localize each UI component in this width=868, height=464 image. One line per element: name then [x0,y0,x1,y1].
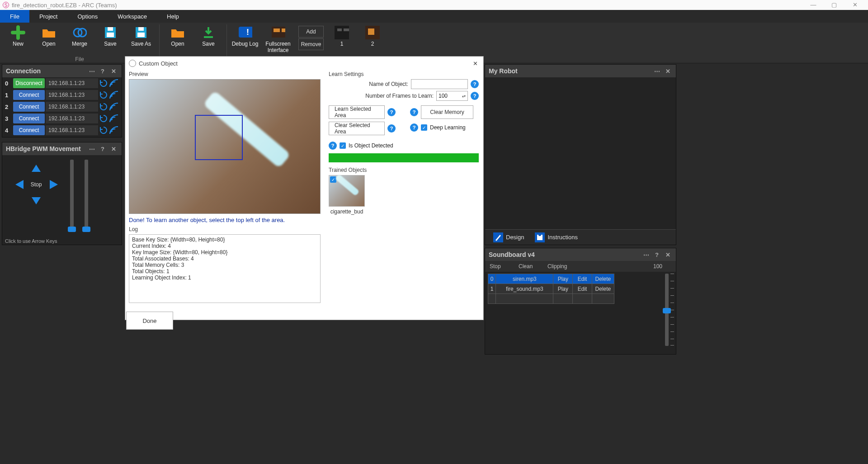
frames-label: Number of Frames to Learn: [329,93,434,99]
connect-button[interactable]: Connect [13,102,45,112]
fullscreen-button[interactable]: Fullscreen Interface [260,24,296,53]
delete-button[interactable]: Delete [592,284,614,294]
saveas-button[interactable]: Save As [126,24,156,47]
help-icon[interactable]: ? [98,68,107,75]
workspace-1-button[interactable]: 1 [326,24,357,47]
sb-stop[interactable]: Stop [485,263,514,270]
panel-close-icon[interactable]: ✕ [109,146,118,152]
remove-workspace-button[interactable]: Remove [298,38,324,50]
help-icon[interactable]: ? [471,92,479,100]
cloud-save-button[interactable]: Save [193,24,224,47]
play-button[interactable]: Play [553,284,573,294]
deep-learning-checkbox[interactable]: ✓ [421,124,427,131]
right-button[interactable] [46,178,62,191]
merge-button[interactable]: Merge [64,24,95,47]
frames-spinner[interactable]: 100▴▾ [436,91,468,101]
connection-index: 1 [5,92,12,99]
learn-settings-label: Learn Settings [329,71,479,77]
connection-index: 0 [5,80,12,87]
workspace-2-button[interactable]: 2 [357,24,388,47]
help-icon[interactable]: ? [329,142,337,150]
hbridge-panel: HBridge PWM Movement ⋯ ? ✕ Stop [2,142,122,245]
soundboard-row[interactable]: 0 siren.mp3 Play Edit Delete [488,274,614,284]
help-icon[interactable]: ? [410,108,418,116]
menu-workspace[interactable]: Workspace [108,10,157,23]
log-textarea[interactable]: Base Key Size: {Width=80, Height=80} Cur… [129,234,321,303]
menu-options[interactable]: Options [67,10,108,23]
left-button[interactable] [11,178,28,191]
instructions-tab[interactable]: Instructions [529,231,583,244]
help-icon[interactable]: ? [98,146,107,152]
panel-title-connection: Connection [6,67,41,75]
stop-button[interactable]: Stop [28,178,44,191]
trained-object-thumb[interactable]: ✓ [329,175,365,207]
object-name-input[interactable] [411,79,468,89]
delete-button[interactable]: Delete [592,274,614,284]
new-button[interactable]: New [3,24,33,47]
connection-row: 3Connect192.168.1.1:23 [2,113,122,124]
edit-button[interactable]: Edit [573,274,592,284]
panel-close-icon[interactable]: ✕ [663,251,672,258]
forward-button[interactable] [28,162,44,175]
help-icon[interactable]: ? [471,80,479,88]
panel-close-icon[interactable]: ✕ [109,68,118,75]
done-button[interactable]: Done [126,312,173,330]
panel-close-icon[interactable]: ✕ [663,68,672,75]
add-workspace-button[interactable]: Add [298,26,324,38]
soundboard-row[interactable]: 1 fire_sound.mp3 Play Edit Delete [488,284,614,294]
play-button[interactable]: Play [553,274,573,284]
right-speed-slider[interactable] [85,160,88,232]
menu-project[interactable]: Project [29,10,67,23]
help-icon[interactable]: ? [652,251,661,258]
help-icon[interactable]: ? [410,123,418,132]
maximize-button[interactable]: ▢ [824,0,844,10]
menu-file[interactable]: File [0,10,29,23]
signal-icon [109,90,119,99]
is-detected-checkbox[interactable]: ✓ [340,142,346,149]
cloud-open-button[interactable]: Open [162,24,193,47]
minimize-button[interactable]: — [803,0,824,10]
refresh-icon[interactable] [99,79,108,88]
volume-slider[interactable] [665,274,669,346]
selection-rect[interactable] [195,115,243,160]
ip-input[interactable]: 192.168.1.1:23 [46,78,98,88]
design-tab[interactable]: Design [488,231,529,244]
camera-preview[interactable] [129,79,321,214]
dialog-close-button[interactable]: ✕ [471,60,480,67]
panel-menu-icon[interactable]: ⋯ [652,68,661,75]
connect-button[interactable]: Connect [13,125,45,135]
ip-input[interactable]: 192.168.1.1:23 [46,114,98,123]
panel-menu-icon[interactable]: ⋯ [87,68,96,75]
connect-button[interactable]: Connect [13,114,45,123]
learn-selected-button[interactable]: Learn Selected Area [329,105,385,119]
menu-help[interactable]: Help [157,10,189,23]
save-button[interactable]: Save [95,24,126,47]
connect-button[interactable]: Connect [13,90,45,100]
svg-rect-15 [337,28,342,31]
refresh-icon[interactable] [99,114,108,123]
panel-menu-icon[interactable]: ⋯ [642,251,651,258]
deep-learning-label: Deep Learning [430,124,466,131]
open-button[interactable]: Open [33,24,64,47]
ip-input[interactable]: 192.168.1.1:23 [46,102,98,112]
help-icon[interactable]: ? [387,124,396,133]
refresh-icon[interactable] [99,126,108,135]
clear-memory-button[interactable]: Clear Memory [421,105,473,119]
refresh-icon[interactable] [99,102,108,111]
edit-button[interactable]: Edit [573,284,592,294]
soundboard-row[interactable] [488,294,614,304]
clear-selected-button[interactable]: Clear Selected Area [329,122,385,135]
debug-log-button[interactable]: ! Debug Log [230,24,260,47]
sb-clean[interactable]: Clean [514,263,543,270]
connection-index: 4 [5,127,12,134]
refresh-icon[interactable] [99,90,108,99]
panel-menu-icon[interactable]: ⋯ [87,146,96,152]
left-speed-slider[interactable] [70,160,74,232]
reverse-button[interactable] [28,194,44,207]
ip-input[interactable]: 192.168.1.1:23 [46,90,98,100]
ip-input[interactable]: 192.168.1.1:23 [46,125,98,135]
help-icon[interactable]: ? [387,108,396,116]
save-icon [103,25,118,40]
close-window-button[interactable]: ✕ [844,0,865,10]
disconnect-button[interactable]: Disconnect [13,78,45,88]
